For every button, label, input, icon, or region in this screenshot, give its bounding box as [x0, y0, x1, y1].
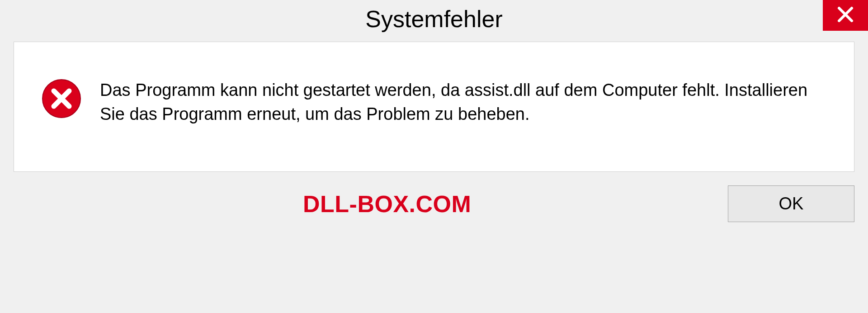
- error-message: Das Programm kann nicht gestartet werden…: [100, 78, 827, 126]
- error-dialog: Systemfehler Das Programm kann nicht ges…: [0, 0, 868, 313]
- watermark-text: DLL-BOX.COM: [303, 190, 471, 218]
- message-panel: Das Programm kann nicht gestartet werden…: [14, 42, 854, 172]
- ok-button[interactable]: OK: [728, 185, 854, 222]
- dialog-footer: DLL-BOX.COM OK: [0, 172, 868, 236]
- dialog-title: Systemfehler: [365, 5, 502, 33]
- error-icon: [41, 78, 82, 119]
- titlebar: Systemfehler: [0, 0, 868, 42]
- close-button[interactable]: [823, 0, 868, 31]
- close-icon: [836, 5, 854, 25]
